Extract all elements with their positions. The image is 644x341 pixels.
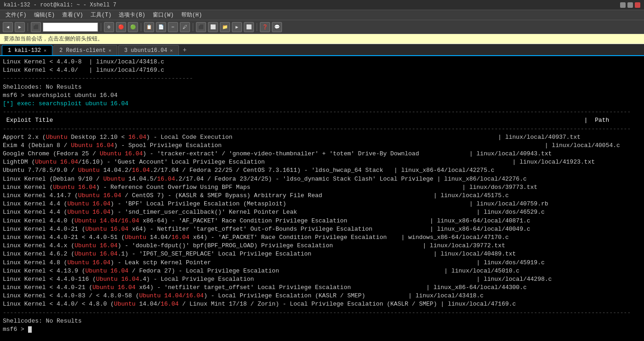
menubar-item[interactable]: 工具(T) xyxy=(87,10,115,20)
terminal-line: Ubuntu 7.7/8.5/9.0 / Ubuntu 14.04.2/16.0… xyxy=(3,166,641,175)
terminal-line: ----------------------------------------… xyxy=(3,74,641,83)
terminal-line: [*] exec: searchsploit ubuntu 16.04 xyxy=(3,100,641,108)
menubar-item[interactable]: 窗口(W) xyxy=(149,10,178,20)
toolbar-btn-3[interactable]: ⬛ xyxy=(31,22,41,32)
toolbar-btn-4[interactable]: ⚙ xyxy=(104,22,114,32)
toolbar-separator-2 xyxy=(101,23,101,31)
menubar: 文件(F)编辑(E)查看(V)工具(T)选项卡(B)窗口(W)帮助(H) xyxy=(0,10,644,20)
toolbar: ◀ ▶ ⬛ ⚙ 🔴 🟢 📋 📄 ✂ 🖊 ⬛ ⬜ 📁 ▶ ⬜ ❓ 💬 xyxy=(0,20,644,34)
tab-ubuntu1604[interactable]: 3 ubuntu16.04 ✕ xyxy=(118,45,179,55)
terminal-line: ----------------------------------------… xyxy=(3,125,641,133)
tab-kali132[interactable]: 1 kali-132 ✕ xyxy=(2,45,52,55)
toolbar-btn-9[interactable]: ✂ xyxy=(168,22,178,32)
tab-ubuntu1604-label: 3 ubuntu16.04 xyxy=(124,47,167,54)
maximize-icon[interactable] xyxy=(627,2,633,8)
terminal-line: Shellcodes: No Results xyxy=(3,317,641,325)
terminal-line: msf6 > searchsploit ubuntu 16.04 xyxy=(3,91,641,100)
terminal-line: Linux Kernel 4.14.7 (Ubuntu 16.04 / Cent… xyxy=(3,192,641,200)
toolbar-btn-2[interactable]: ▶ xyxy=(15,22,25,32)
tab-kali132-label: 1 kali-132 xyxy=(8,47,41,54)
terminal-line: LightDM (Ubuntu 16.04/16.10) - 'Guest Ac… xyxy=(3,158,641,166)
toolbar-separator-3 xyxy=(141,23,141,31)
toolbar-btn-15[interactable]: ⬜ xyxy=(244,22,254,32)
toolbar-btn-1[interactable]: ◀ xyxy=(3,22,13,32)
search-input[interactable] xyxy=(43,23,98,32)
toolbar-btn-8[interactable]: 📄 xyxy=(156,22,166,32)
hintbar-text: 要添加当前会话，点击左侧的箭头按钮。 xyxy=(4,35,103,43)
terminal-line: Shellcodes: No Results xyxy=(3,83,641,91)
toolbar-btn-7[interactable]: 📋 xyxy=(144,22,154,32)
tab-kali132-close[interactable]: ✕ xyxy=(44,48,46,53)
toolbar-separator-4 xyxy=(193,23,193,31)
titlebar: kali-132 - root@kali: ~ - Xshell 7 xyxy=(0,0,644,10)
terminal-line: Linux Kernel < 4.4.0-83 / < 4.8.0-58 (Ub… xyxy=(3,292,641,300)
toolbar-btn-13[interactable]: 📁 xyxy=(220,22,230,32)
terminal-line: Linux Kernel < 4.4.0-8 | linux/local/434… xyxy=(3,58,641,66)
terminal-line: Exploit Title | Path xyxy=(3,116,641,125)
terminal-line: Linux Kernel 4.4.x (Ubuntu 16.04) - 'dou… xyxy=(3,242,641,250)
menubar-item[interactable]: 帮助(H) xyxy=(178,10,206,20)
toolbar-btn-6[interactable]: 🟢 xyxy=(128,22,138,32)
terminal-line: Linux Kernel 4.4.0-21 < 4.4.0-51 (Ubuntu… xyxy=(3,233,641,242)
terminal-line: Linux Kernel 4.6.2 (Ubuntu 16.04.1) - 'I… xyxy=(3,250,641,258)
terminal-line: Linux Kernel < 4.4.0-116 (Ubuntu 16.04.4… xyxy=(3,275,641,284)
terminal-line: Linux Kernel (Debian 9/10 / Ubuntu 14.04… xyxy=(3,175,641,183)
terminal-line: Linux Kernel < 4.13.9 (Ubuntu 16.04 / Fe… xyxy=(3,267,641,275)
terminal-line: ----------------------------------------… xyxy=(3,309,641,317)
terminal-line: Linux Kernel (Ubuntu 16.04) - Reference … xyxy=(3,183,641,192)
terminal-line: ----------------------------------------… xyxy=(3,108,641,116)
terminal-line: Linux Kernel 4.4.0-21 (Ubuntu 16.04 x64)… xyxy=(3,225,641,233)
terminal-line: Linux Kernel 4.4 (Ubuntu 16.04) - 'BPF' … xyxy=(3,200,641,208)
minimize-icon[interactable] xyxy=(620,2,626,8)
titlebar-controls xyxy=(620,2,640,8)
toolbar-btn-12[interactable]: ⬜ xyxy=(208,22,218,32)
terminal-line: Linux Kernel 4.4 (Ubuntu 16.04) - 'snd_t… xyxy=(3,208,641,216)
terminal-line: Apport 2.x (Ubuntu Desktop 12.10 < 16.04… xyxy=(3,133,641,142)
terminal-line: Linux Kernel < 4.4.0/ < 4.8.0 (Ubuntu 14… xyxy=(3,300,641,308)
toolbar-btn-11[interactable]: ⬛ xyxy=(196,22,206,32)
toolbar-separator-1 xyxy=(28,23,28,31)
menubar-item[interactable]: 查看(V) xyxy=(58,10,87,20)
terminal-line: Linux Kernel 4.8 (Ubuntu 16.04) - Leak s… xyxy=(3,259,641,267)
menubar-item[interactable]: 选项卡(B) xyxy=(115,10,149,20)
tab-redis-client[interactable]: 2 Redis-client ✕ xyxy=(53,45,117,55)
terminal-line: Linux Kernel < 4.4.0-21 (Ubuntu 16.04 x6… xyxy=(3,284,641,292)
terminal-line: Linux Kernel 4.4.0 (Ubuntu 14.04/16.04 x… xyxy=(3,217,641,225)
menubar-item[interactable]: 编辑(E) xyxy=(30,10,59,20)
tab-ubuntu1604-close[interactable]: ✕ xyxy=(170,48,173,53)
tabbar: 1 kali-132 ✕ 2 Redis-client ✕ 3 ubuntu16… xyxy=(0,44,644,56)
terminal-line: Linux Kernel < 4.4.0/ | linux/local/4716… xyxy=(3,66,641,74)
toolbar-btn-5[interactable]: 🔴 xyxy=(116,22,126,32)
hintbar: 要添加当前会话，点击左侧的箭头按钮。 xyxy=(0,34,644,44)
terminal[interactable]: Linux Kernel < 4.4.0-8 | linux/local/434… xyxy=(0,56,644,341)
tab-redis-client-close[interactable]: ✕ xyxy=(109,48,111,53)
toolbar-btn-16[interactable]: ❓ xyxy=(260,22,270,32)
tab-redis-client-label: 2 Redis-client xyxy=(59,47,106,54)
toolbar-btn-10[interactable]: 🖊 xyxy=(180,22,190,32)
toolbar-btn-17[interactable]: 💬 xyxy=(272,22,282,32)
toolbar-btn-14[interactable]: ▶ xyxy=(232,22,242,32)
close-icon[interactable] xyxy=(635,2,640,8)
terminal-line: Exim 4 (Debian 8 / Ubuntu 16.04) - Spool… xyxy=(3,142,641,150)
titlebar-title: kali-132 - root@kali: ~ - Xshell 7 xyxy=(4,2,116,8)
menubar-item[interactable]: 文件(F) xyxy=(2,10,30,20)
toolbar-separator-5 xyxy=(257,23,257,31)
terminal-line: msf6 > xyxy=(3,325,641,334)
terminal-line: Google Chrome (Fedora 25 / Ubuntu 16.04)… xyxy=(3,150,641,158)
tab-add-button[interactable]: + xyxy=(180,45,190,55)
